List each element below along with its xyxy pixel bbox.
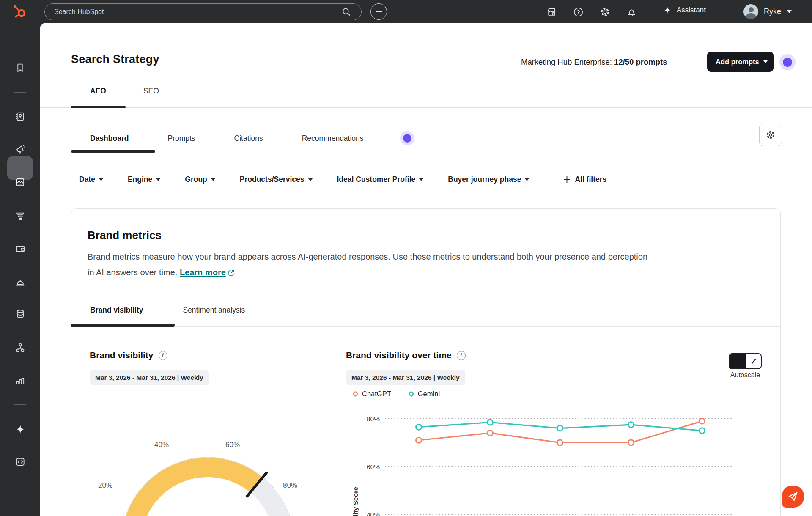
data-point-gemini[interactable]	[700, 428, 705, 434]
data-point-chatgpt[interactable]	[628, 440, 634, 445]
active-card-tab-underline	[71, 324, 175, 327]
data-point-gemini[interactable]	[416, 424, 422, 430]
chevron-down-icon	[308, 178, 313, 181]
help-icon[interactable]: ?	[573, 6, 584, 17]
bar-chart-icon	[15, 375, 26, 386]
plus-icon	[375, 8, 383, 16]
y-tick-label: 60%	[367, 463, 380, 470]
toggle-off-half	[730, 354, 746, 368]
y-axis-label: Visibility Score	[352, 487, 359, 516]
filter-ideal-customer-profile[interactable]: Ideal Customer Profile	[337, 175, 424, 184]
plan-usage-count: 12/50 prompts	[614, 58, 667, 66]
data-point-chatgpt[interactable]	[700, 418, 705, 424]
notifications-icon[interactable]	[626, 6, 637, 17]
contacts-icon	[15, 111, 25, 122]
assistant-button[interactable]: Assistant	[663, 6, 706, 14]
tab-brand-visibility[interactable]: Brand visibility	[90, 306, 143, 315]
data-point-chatgpt[interactable]	[416, 437, 422, 443]
prompts-badge-dot	[783, 58, 792, 67]
prompts-badge-halo	[779, 54, 796, 70]
toggle-check: ✓	[746, 354, 761, 368]
tab-aeo[interactable]: AEO	[90, 87, 106, 96]
add-prompts-button[interactable]: Add prompts	[707, 52, 774, 72]
search-input[interactable]	[44, 3, 362, 20]
filter-engine[interactable]: Engine	[128, 175, 160, 184]
autoscale-toggle[interactable]: ✓	[729, 353, 762, 369]
legend-item-gemini[interactable]: Gemini	[409, 390, 440, 398]
sidebar	[0, 23, 40, 516]
filter-bar: Date Engine Group Products/Services Idea…	[79, 171, 606, 187]
copilot-fab-button[interactable]	[782, 486, 804, 508]
sidebar-item-service[interactable]	[0, 271, 40, 292]
sidebar-item-bookmarks[interactable]	[0, 57, 40, 78]
create-button[interactable]	[370, 3, 387, 20]
topbar-divider	[652, 5, 652, 18]
sidebar-item-contacts[interactable]	[0, 106, 40, 127]
subtab-dashboard[interactable]: Dashboard	[90, 134, 129, 143]
subtab-citations[interactable]: Citations	[234, 134, 263, 143]
subtab-prompts[interactable]: Prompts	[167, 134, 195, 143]
card-description: Brand metrics measure how your brand app…	[88, 249, 654, 280]
recommendations-badge-halo	[400, 131, 414, 145]
legend-item-chatgpt[interactable]: ChatGPT	[353, 390, 391, 398]
sidebar-item-content[interactable]	[0, 172, 40, 193]
filter-group[interactable]: Group	[185, 175, 215, 184]
wallet-icon	[15, 243, 26, 254]
data-point-chatgpt[interactable]	[557, 440, 563, 445]
send-icon	[787, 491, 798, 502]
all-filters-button[interactable]: All filters	[563, 175, 606, 184]
marketplace-icon[interactable]	[546, 6, 557, 17]
chevron-down-icon	[787, 10, 792, 13]
gauge-panel-title: Brand visibility i	[90, 350, 167, 360]
data-point-gemini[interactable]	[628, 422, 634, 428]
assistant-label: Assistant	[677, 6, 706, 14]
sidebar-item-data[interactable]	[0, 303, 40, 324]
chevron-down-icon	[99, 178, 103, 181]
sidebar-item-reporting[interactable]	[0, 370, 40, 391]
plus-icon	[563, 176, 571, 183]
filter-date[interactable]: Date	[79, 175, 103, 184]
database-icon	[15, 308, 26, 319]
sidebar-item-breeze-ai[interactable]	[0, 419, 40, 440]
learn-more-link[interactable]: Learn more	[180, 268, 226, 277]
recommendations-badge-dot	[403, 134, 411, 143]
sidebar-item-marketing[interactable]	[0, 138, 40, 159]
filter-buyer-journey-phase[interactable]: Buyer journey phase	[448, 175, 529, 184]
chevron-down-icon	[211, 178, 215, 181]
settings-icon[interactable]	[599, 6, 610, 17]
data-point-chatgpt[interactable]	[488, 430, 493, 436]
sidebar-item-automations[interactable]	[0, 337, 40, 358]
service-bell-icon	[15, 276, 26, 287]
filter-products-services[interactable]: Products/Services	[240, 175, 313, 184]
content-icon	[15, 177, 26, 188]
sidebar-item-commerce[interactable]	[0, 238, 40, 259]
gauge-tick-80: 80%	[283, 481, 297, 490]
page-title: Search Strategy	[71, 53, 159, 66]
search-icon[interactable]	[342, 7, 351, 16]
autoscale-label: Autoscale	[729, 371, 762, 379]
hubspot-logo-icon[interactable]	[13, 5, 27, 19]
sidebar-item-developer[interactable]	[0, 451, 40, 472]
tab-sentiment-analysis[interactable]: Sentiment analysis	[183, 306, 245, 315]
sidebar-divider	[14, 404, 26, 405]
user-name: Ryke	[764, 7, 781, 16]
user-menu[interactable]: Ryke	[743, 4, 792, 19]
card-description-text: Brand metrics measure how your brand app…	[88, 252, 647, 277]
svg-text:?: ?	[576, 9, 580, 15]
topbar-divider	[733, 5, 733, 18]
info-icon[interactable]: i	[159, 351, 167, 360]
info-icon[interactable]: i	[457, 351, 466, 360]
sidebar-item-sales[interactable]	[0, 205, 40, 226]
data-point-gemini[interactable]	[557, 425, 563, 431]
chatgpt-marker-icon	[352, 391, 359, 398]
data-point-gemini[interactable]	[488, 420, 493, 425]
subtab-recommendations[interactable]: Recommendations	[302, 134, 364, 143]
plan-usage: Marketing Hub Enterprise: 12/50 prompts	[521, 58, 667, 67]
dashboard-settings-button[interactable]	[759, 124, 782, 146]
external-link-icon	[228, 269, 235, 276]
filter-divider	[552, 172, 552, 187]
chart-legend: ChatGPT Gemini	[353, 390, 440, 398]
tab-seo[interactable]: SEO	[143, 87, 159, 96]
active-subtab-underline	[71, 150, 155, 153]
legend-label: Gemini	[418, 390, 440, 398]
